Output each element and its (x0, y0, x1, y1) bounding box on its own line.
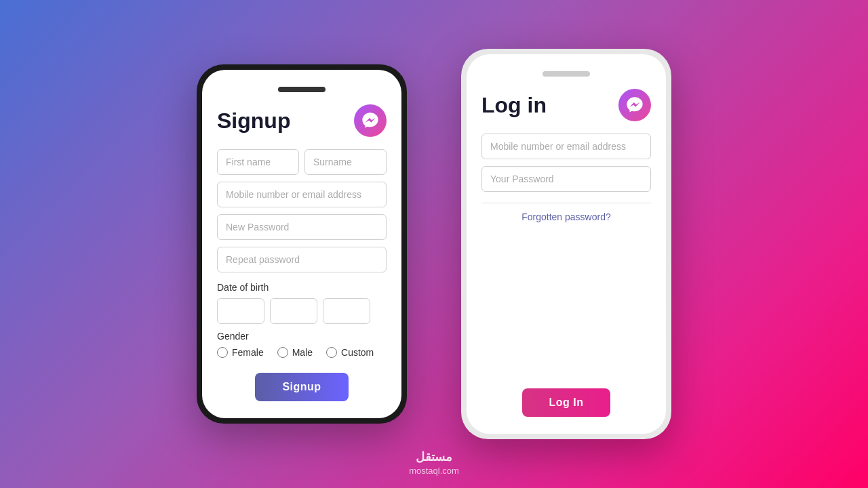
name-row (217, 149, 387, 182)
first-name-input[interactable] (217, 149, 299, 175)
login-phone: Log in Forgotten password? Log In (461, 49, 671, 439)
gender-female-option[interactable]: Female (217, 347, 264, 358)
surname-input[interactable] (304, 149, 387, 175)
gender-female-radio[interactable] (217, 347, 228, 358)
login-messenger-icon (618, 89, 651, 121)
gender-male-label: Male (292, 347, 313, 358)
watermark-latin: mostaql.com (409, 466, 459, 476)
gender-male-option[interactable]: Male (277, 347, 313, 358)
gender-male-radio[interactable] (277, 347, 288, 358)
gender-custom-radio[interactable] (326, 347, 337, 358)
dob-month-input[interactable] (270, 298, 317, 324)
gender-female-label: Female (232, 347, 264, 358)
login-button[interactable]: Log In (522, 388, 611, 417)
signup-title: Signup (217, 108, 290, 134)
login-header: Log in (481, 89, 651, 121)
watermark: مستقل mostaql.com (409, 449, 459, 476)
date-row (217, 298, 387, 324)
signup-header: Signup (217, 104, 387, 137)
forgotten-password-link[interactable]: Forgotten password? (481, 211, 651, 222)
login-mobile-input[interactable] (481, 134, 651, 159)
signup-mobile-input[interactable] (217, 182, 387, 207)
gender-custom-option[interactable]: Custom (326, 347, 374, 358)
repeat-password-input[interactable] (217, 247, 387, 272)
phone-notch (278, 87, 326, 92)
watermark-arabic: مستقل (409, 449, 459, 464)
gender-label: Gender (217, 331, 387, 342)
gender-custom-label: Custom (341, 347, 374, 358)
dob-year-input[interactable] (323, 298, 370, 324)
login-title: Log in (481, 93, 547, 118)
login-password-input[interactable] (481, 166, 651, 192)
date-of-birth-label: Date of birth (217, 282, 387, 293)
new-password-input[interactable] (217, 214, 387, 240)
messenger-icon (354, 104, 387, 137)
dob-day-input[interactable] (217, 298, 264, 324)
phone-notch-light (542, 71, 590, 77)
signup-phone: Signup Date of birth Gender Female (197, 64, 407, 424)
gender-row: Female Male Custom (217, 347, 387, 358)
signup-button[interactable]: Signup (255, 373, 348, 401)
